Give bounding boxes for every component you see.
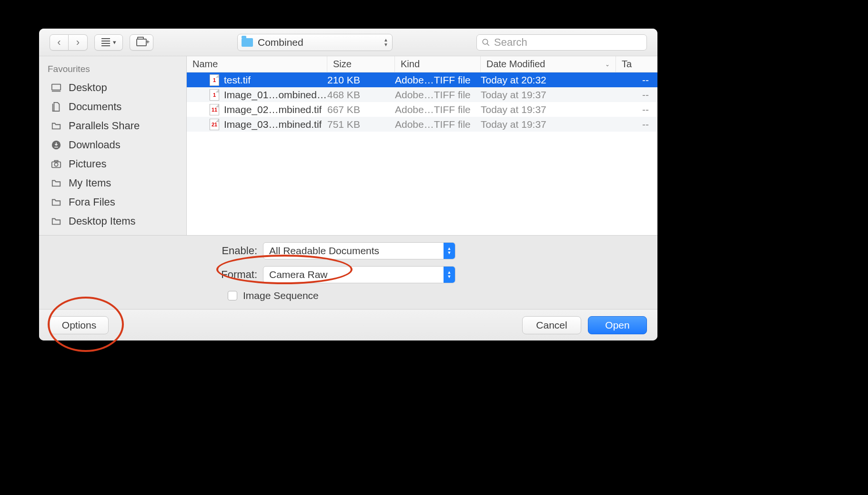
forward-button[interactable]: › (69, 34, 88, 51)
chevron-down-icon: ⌄ (605, 61, 610, 68)
image-sequence-label: Image Sequence (243, 290, 319, 301)
enable-value: All Readable Documents (269, 245, 444, 257)
file-kind: Adobe…TIFF file (395, 104, 481, 115)
chevron-left-icon: ‹ (57, 37, 61, 48)
svg-line-1 (487, 43, 489, 46)
sidebar-item[interactable]: Documents (39, 97, 186, 116)
group-button[interactable] (130, 34, 153, 51)
stepper-icon: ▲▼ (384, 38, 388, 47)
back-button[interactable]: ‹ (50, 34, 69, 51)
column-date-modified[interactable]: Date Modified ⌄ (481, 56, 616, 72)
file-row[interactable]: 1test.tif210 KBAdobe…TIFF fileToday at 2… (187, 72, 657, 87)
sidebar-item-label: Desktop (69, 82, 107, 94)
search-input[interactable]: Search (476, 34, 647, 51)
column-size[interactable]: Size (327, 56, 395, 72)
file-name: Image_03…mbined.tif (224, 119, 322, 130)
file-kind: Adobe…TIFF file (395, 74, 481, 86)
folder-icon (242, 38, 253, 47)
column-headers: Name Size Kind Date Modified ⌄ Ta (187, 56, 657, 72)
file-tags: -- (616, 119, 657, 130)
file-tags: -- (616, 104, 657, 115)
chevron-down-icon: ▾ (113, 39, 116, 46)
column-date-label: Date Modified (486, 59, 545, 70)
file-size: 751 KB (327, 119, 395, 130)
open-file-dialog: ‹ › ▾ Combined ▲▼ Search Favourites Desk (39, 29, 657, 340)
chevron-right-icon: › (76, 37, 80, 48)
view-mode-button[interactable]: ▾ (94, 34, 123, 51)
sidebar-item-label: Desktop Items (69, 215, 136, 227)
folder-icon (50, 197, 63, 207)
list-icon (101, 38, 110, 46)
sidebar-item[interactable]: Parallels Share (39, 116, 186, 135)
format-dropdown[interactable]: Camera Raw ▲▼ (263, 266, 455, 283)
documents-icon (50, 102, 63, 112)
file-icon: 1 (210, 74, 219, 86)
body: Favourites DesktopDocumentsParallels Sha… (39, 56, 657, 235)
file-row[interactable]: 11Image_02…mbined.tif667 KBAdobe…TIFF fi… (187, 102, 657, 117)
file-date: Today at 20:32 (481, 74, 616, 86)
options-button[interactable]: Options (50, 316, 109, 334)
location-label: Combined (258, 37, 379, 48)
nav-group: ‹ › (50, 34, 88, 51)
file-rows: 1test.tif210 KBAdobe…TIFF fileToday at 2… (187, 72, 657, 235)
enable-dropdown[interactable]: All Readable Documents ▲▼ (263, 242, 455, 259)
file-size: 667 KB (327, 104, 395, 115)
file-icon: 21 (210, 119, 219, 130)
svg-point-0 (483, 39, 488, 44)
download-icon (50, 140, 63, 150)
options-panel: Enable: All Readable Documents ▲▼ Format… (39, 235, 657, 309)
stepper-icon: ▲▼ (444, 243, 455, 259)
search-placeholder: Search (494, 36, 527, 49)
svg-rect-8 (54, 161, 58, 162)
file-date: Today at 19:37 (481, 104, 616, 115)
toolbar: ‹ › ▾ Combined ▲▼ Search (39, 29, 657, 56)
stepper-icon: ▲▼ (444, 267, 455, 283)
file-row[interactable]: 21Image_03…mbined.tif751 KBAdobe…TIFF fi… (187, 117, 657, 132)
location-selector[interactable]: Combined ▲▼ (237, 34, 393, 51)
file-kind: Adobe…TIFF file (395, 119, 481, 130)
sidebar-section-label: Favourites (39, 62, 186, 78)
sidebar-item[interactable]: Pictures (39, 155, 186, 174)
file-date: Today at 19:37 (481, 89, 616, 101)
file-listing: Name Size Kind Date Modified ⌄ Ta 1test.… (187, 56, 657, 235)
sidebar-item-label: Fora Files (69, 196, 115, 208)
sidebar-item[interactable]: Desktop (39, 78, 186, 97)
folder-plus-icon (136, 39, 147, 46)
file-kind: Adobe…TIFF file (395, 89, 481, 101)
sidebar-item-label: Downloads (69, 139, 121, 151)
file-tags: -- (616, 89, 657, 101)
svg-point-7 (54, 163, 58, 166)
camera-icon (50, 159, 63, 169)
column-name[interactable]: Name (187, 56, 327, 72)
file-date: Today at 19:37 (481, 119, 616, 130)
file-name: test.tif (224, 74, 251, 86)
file-icon: 1 (210, 89, 219, 101)
sidebar-item-label: Parallels Share (69, 120, 140, 132)
folder-icon (50, 178, 63, 188)
file-row[interactable]: 1Image_01…ombined.tif468 KBAdobe…TIFF fi… (187, 87, 657, 102)
file-tags: -- (616, 74, 657, 86)
image-sequence-checkbox[interactable] (228, 291, 237, 300)
format-label: Format: (39, 268, 263, 281)
file-size: 468 KB (327, 89, 395, 101)
file-name: Image_01…ombined.tif (224, 89, 327, 101)
sidebar-item-label: My Items (69, 177, 111, 189)
file-size: 210 KB (327, 74, 395, 86)
search-icon (482, 38, 490, 47)
sidebar-item-label: Pictures (69, 158, 106, 170)
file-name: Image_02…mbined.tif (224, 104, 322, 115)
sidebar-item[interactable]: Fora Files (39, 193, 186, 212)
sidebar-item[interactable]: Downloads (39, 135, 186, 155)
sidebar-item-label: Documents (69, 101, 121, 113)
sidebar-item[interactable]: Desktop Items (39, 212, 186, 231)
enable-label: Enable: (39, 245, 263, 257)
folder-icon (50, 121, 63, 131)
column-tags[interactable]: Ta (616, 56, 657, 72)
column-kind[interactable]: Kind (395, 56, 481, 72)
sidebar-item[interactable]: My Items (39, 174, 186, 193)
footer: Options Cancel Open (39, 309, 657, 340)
file-icon: 11 (210, 104, 219, 115)
svg-rect-2 (52, 84, 61, 90)
cancel-button[interactable]: Cancel (522, 316, 581, 334)
open-button[interactable]: Open (588, 316, 647, 334)
